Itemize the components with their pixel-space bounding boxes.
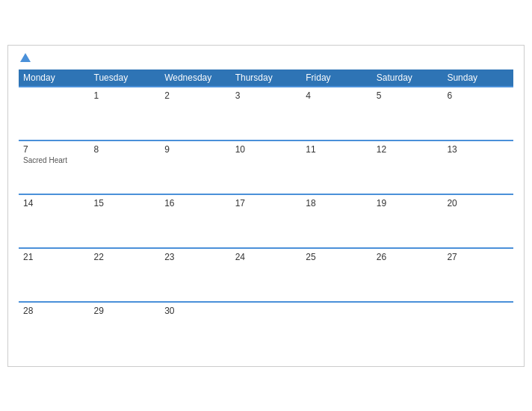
calendar-body: 1234567Sacred Heart891011121314151617181… [19, 87, 513, 356]
calendar-cell: 20 [442, 194, 513, 248]
day-number: 10 [235, 144, 297, 155]
calendar-cell: 21 [19, 248, 90, 302]
day-number: 27 [447, 252, 509, 262]
calendar-cell: 11 [301, 140, 372, 194]
calendar-week-row: 14151617181920 [19, 194, 513, 248]
day-number: 21 [23, 252, 85, 262]
day-number: 26 [377, 252, 439, 262]
day-number: 6 [447, 90, 509, 101]
calendar-cell [301, 302, 372, 356]
day-number: 1 [94, 90, 156, 101]
calendar-cell: 23 [160, 248, 231, 302]
logo [19, 53, 31, 64]
calendar-container: MondayTuesdayWednesdayThursdayFridaySatu… [7, 45, 525, 367]
calendar-cell: 17 [231, 194, 302, 248]
weekday-header-sunday: Sunday [442, 69, 513, 87]
calendar-table: MondayTuesdayWednesdayThursdayFridaySatu… [19, 69, 513, 356]
calendar-cell: 4 [301, 87, 372, 140]
weekday-header-saturday: Saturday [372, 69, 443, 87]
calendar-cell: 29 [90, 302, 161, 356]
calendar-cell: 24 [231, 248, 302, 302]
calendar-cell: 25 [301, 248, 372, 302]
day-event: Sacred Heart [23, 156, 85, 164]
calendar-cell: 5 [372, 87, 443, 140]
day-number: 18 [306, 198, 368, 208]
weekday-header-wednesday: Wednesday [160, 69, 231, 87]
calendar-cell: 8 [90, 140, 161, 194]
calendar-cell: 22 [90, 248, 161, 302]
calendar-week-row: 7Sacred Heart8910111213 [19, 140, 513, 194]
calendar-cell: 26 [372, 248, 443, 302]
calendar-header-row: MondayTuesdayWednesdayThursdayFridaySatu… [19, 69, 513, 87]
day-number: 14 [23, 198, 85, 208]
day-number: 7 [23, 144, 85, 155]
calendar-cell [442, 302, 513, 356]
day-number: 16 [164, 198, 226, 208]
calendar-cell: 10 [231, 140, 302, 194]
day-number: 22 [94, 252, 156, 262]
weekday-header-tuesday: Tuesday [90, 69, 161, 87]
day-number: 12 [377, 144, 439, 155]
day-number: 8 [94, 144, 156, 155]
day-number: 2 [164, 90, 226, 101]
day-number: 13 [447, 144, 509, 155]
calendar-cell: 30 [160, 302, 231, 356]
calendar-cell: 18 [301, 194, 372, 248]
calendar-header [19, 53, 513, 64]
calendar-cell: 13 [442, 140, 513, 194]
calendar-cell: 7Sacred Heart [19, 140, 90, 194]
weekday-header-friday: Friday [301, 69, 372, 87]
day-number: 3 [235, 90, 297, 101]
calendar-week-row: 21222324252627 [19, 248, 513, 302]
day-number: 15 [94, 198, 156, 208]
day-number: 24 [235, 252, 297, 262]
calendar-cell [231, 302, 302, 356]
calendar-cell: 27 [442, 248, 513, 302]
day-number: 5 [377, 90, 439, 101]
weekday-header-thursday: Thursday [231, 69, 302, 87]
calendar-cell: 12 [372, 140, 443, 194]
calendar-cell: 14 [19, 194, 90, 248]
calendar-week-row: 123456 [19, 87, 513, 140]
day-number: 17 [235, 198, 297, 208]
calendar-cell [19, 87, 90, 140]
calendar-cell: 3 [231, 87, 302, 140]
day-number: 28 [23, 306, 85, 316]
calendar-cell: 6 [442, 87, 513, 140]
day-number: 29 [94, 306, 156, 316]
weekday-header-row: MondayTuesdayWednesdayThursdayFridaySatu… [19, 69, 513, 87]
calendar-cell: 9 [160, 140, 231, 194]
calendar-cell [372, 302, 443, 356]
day-number: 11 [306, 144, 368, 155]
day-number: 20 [447, 198, 509, 208]
day-number: 25 [306, 252, 368, 262]
calendar-week-row: 282930 [19, 302, 513, 356]
weekday-header-monday: Monday [19, 69, 90, 87]
calendar-cell: 2 [160, 87, 231, 140]
logo-triangle-icon [20, 53, 31, 62]
day-number: 4 [306, 90, 368, 101]
day-number: 19 [377, 198, 439, 208]
day-number: 23 [164, 252, 226, 262]
day-number: 30 [164, 306, 226, 316]
day-number: 9 [164, 144, 226, 155]
calendar-cell: 28 [19, 302, 90, 356]
calendar-cell: 16 [160, 194, 231, 248]
calendar-cell: 15 [90, 194, 161, 248]
calendar-cell: 1 [90, 87, 161, 140]
calendar-cell: 19 [372, 194, 443, 248]
logo-general [19, 53, 31, 64]
